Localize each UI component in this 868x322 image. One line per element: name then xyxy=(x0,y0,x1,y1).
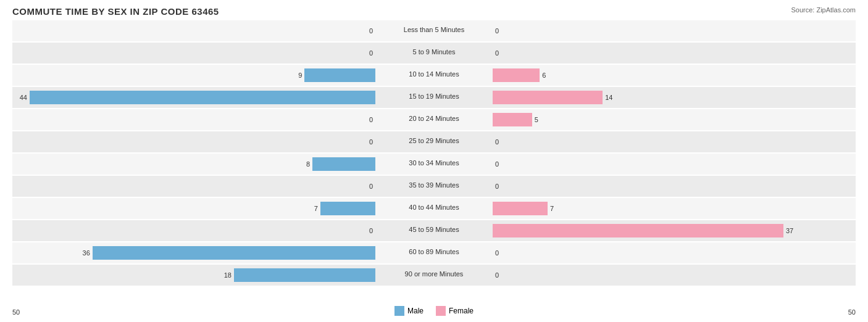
male-value: 36 xyxy=(83,249,90,257)
male-value: 0 xyxy=(369,138,373,146)
chart-row: 25 to 29 Minutes00 xyxy=(12,131,856,152)
row-label: 90 or more Minutes xyxy=(375,270,493,278)
bar-female xyxy=(493,91,603,104)
bar-male xyxy=(93,246,375,260)
female-value: 0 xyxy=(495,183,499,190)
bar-male xyxy=(234,268,375,282)
legend: Male Female xyxy=(394,306,474,316)
male-value: 0 xyxy=(369,116,373,123)
legend-male-box xyxy=(394,306,404,316)
row-label: 45 to 59 Minutes xyxy=(375,226,493,233)
female-value: 0 xyxy=(495,49,499,57)
chart-row: 20 to 24 Minutes05 xyxy=(12,109,856,130)
female-value: 5 xyxy=(535,116,538,123)
female-value: 6 xyxy=(542,72,546,79)
row-label: 60 to 89 Minutes xyxy=(375,248,493,255)
legend-female-box xyxy=(436,306,446,316)
bar-female xyxy=(493,224,783,237)
row-label: 25 to 29 Minutes xyxy=(375,137,493,144)
bar-male xyxy=(312,157,375,171)
row-label: 40 to 44 Minutes xyxy=(375,204,493,211)
legend-female-label: Female xyxy=(449,307,474,315)
female-value: 7 xyxy=(550,205,554,212)
row-label: 15 to 19 Minutes xyxy=(375,93,493,100)
row-label: 10 to 14 Minutes xyxy=(375,70,493,78)
bar-male xyxy=(304,68,375,82)
chart-row: 40 to 44 Minutes77 xyxy=(12,198,856,219)
male-value: 7 xyxy=(314,205,318,212)
legend-male: Male xyxy=(394,306,424,316)
row-label: 35 to 39 Minutes xyxy=(375,181,493,189)
bar-male xyxy=(30,91,375,104)
male-value: 44 xyxy=(20,94,27,101)
row-label: Less than 5 Minutes xyxy=(375,26,493,33)
male-value: 9 xyxy=(298,72,302,79)
row-label: 30 to 34 Minutes xyxy=(375,159,493,167)
female-value: 0 xyxy=(495,160,499,168)
male-value: 0 xyxy=(369,27,373,35)
row-label: 20 to 24 Minutes xyxy=(375,115,493,122)
bar-female xyxy=(493,113,532,126)
female-value: 14 xyxy=(605,94,612,101)
chart-row: 90 or more Minutes180 xyxy=(12,265,856,286)
chart-row: 30 to 34 Minutes80 xyxy=(12,154,856,175)
legend-male-label: Male xyxy=(407,307,424,315)
chart-row: 35 to 39 Minutes00 xyxy=(12,176,856,197)
axis-label-left: 50 xyxy=(12,308,20,316)
chart-row: 45 to 59 Minutes037 xyxy=(12,220,856,241)
chart-row: 10 to 14 Minutes96 xyxy=(12,65,856,86)
legend-female: Female xyxy=(436,306,474,316)
bar-female xyxy=(493,202,548,215)
chart-title: COMMUTE TIME BY SEX IN ZIP CODE 63465 xyxy=(12,6,856,17)
chart-area: Less than 5 Minutes005 to 9 Minutes0010 … xyxy=(12,20,856,286)
chart-row: 5 to 9 Minutes00 xyxy=(12,43,856,64)
male-value: 18 xyxy=(224,271,232,279)
female-value: 0 xyxy=(495,271,499,279)
female-value: 0 xyxy=(495,249,499,257)
chart-row: Less than 5 Minutes00 xyxy=(12,20,856,41)
male-value: 0 xyxy=(369,183,373,190)
female-value: 0 xyxy=(495,27,499,35)
row-label: 5 to 9 Minutes xyxy=(375,48,493,56)
chart-row: 15 to 19 Minutes4414 xyxy=(12,87,856,108)
bar-male xyxy=(320,202,375,215)
female-value: 37 xyxy=(786,227,793,234)
male-value: 0 xyxy=(369,227,373,234)
axis-label-right: 50 xyxy=(848,308,856,316)
female-value: 0 xyxy=(495,138,499,146)
source-label: Source: ZipAtlas.com xyxy=(791,6,856,14)
male-value: 0 xyxy=(369,49,373,57)
bar-female xyxy=(493,68,540,82)
chart-row: 60 to 89 Minutes360 xyxy=(12,242,856,263)
chart-container: COMMUTE TIME BY SEX IN ZIP CODE 63465 So… xyxy=(0,0,868,322)
male-value: 8 xyxy=(306,160,310,168)
